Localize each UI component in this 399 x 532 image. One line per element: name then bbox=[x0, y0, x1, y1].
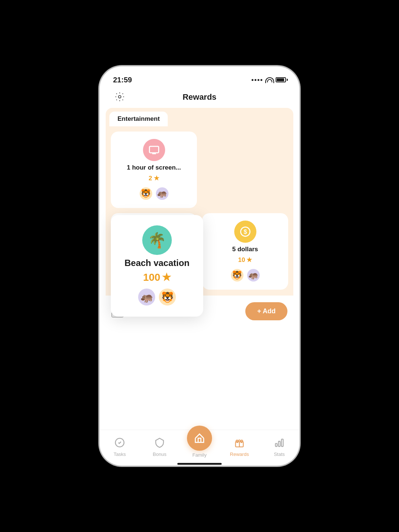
five-dollars-icon: $ bbox=[234, 221, 256, 243]
family-home-icon bbox=[194, 433, 205, 444]
tasks-icon bbox=[115, 437, 125, 448]
placeholder bbox=[202, 132, 288, 208]
beach-vacation-avatars: 🦛 🐯 bbox=[137, 288, 177, 306]
hippo-avatar-2: 🦛 bbox=[155, 187, 169, 201]
tiger-avatar: 🐯 bbox=[158, 288, 177, 306]
svg-point-0 bbox=[119, 95, 121, 98]
svg-text:$: $ bbox=[243, 228, 247, 235]
five-dollars-stars: 10 ★ bbox=[238, 256, 252, 264]
status-icons bbox=[252, 77, 286, 82]
five-dollars-name: 5 dollars bbox=[232, 246, 258, 253]
tiger-avatar-2: 🐯 bbox=[139, 187, 153, 201]
rewards-icon bbox=[234, 437, 245, 448]
hippo-avatar: 🦛 bbox=[137, 288, 156, 306]
nav-bar: Tasks Bonus bbox=[100, 430, 299, 461]
nav-item-stats[interactable]: Stats bbox=[266, 435, 292, 457]
five-dollars-avatars: 🐯 🦛 bbox=[230, 268, 260, 282]
nav-item-family[interactable]: Family bbox=[187, 434, 212, 458]
bonus-label: Bonus bbox=[153, 451, 167, 457]
bonus-icon-wrap bbox=[152, 435, 167, 450]
status-bar: 21:59 bbox=[100, 66, 299, 86]
rewards-icon-wrap bbox=[232, 435, 247, 450]
page-title: Rewards bbox=[183, 92, 216, 102]
stats-label: Stats bbox=[274, 451, 285, 457]
screen-time-icon bbox=[143, 139, 165, 161]
star-icon: ★ bbox=[162, 271, 171, 283]
add-button[interactable]: + Add bbox=[245, 302, 287, 320]
star-icon-4: ★ bbox=[246, 256, 252, 264]
rewards-label: Rewards bbox=[230, 451, 249, 457]
settings-button[interactable] bbox=[113, 90, 126, 105]
bonus-icon bbox=[154, 437, 165, 448]
category-tabs: Entertainment bbox=[106, 108, 293, 126]
screen-time-avatars: 🐯 🦛 bbox=[139, 187, 169, 201]
tab-entertainment[interactable]: Entertainment bbox=[109, 112, 168, 126]
svg-rect-15 bbox=[282, 439, 283, 447]
family-label: Family bbox=[192, 452, 207, 458]
beach-vacation-stars: 100 ★ bbox=[143, 271, 171, 283]
tasks-label: Tasks bbox=[113, 451, 126, 457]
svg-rect-14 bbox=[279, 441, 280, 447]
featured-reward-card[interactable]: 🌴 Beach vacation 100 ★ 🦛 🐯 bbox=[111, 215, 203, 317]
beach-vacation-icon: 🌴 bbox=[142, 225, 172, 255]
screen-time-stars: 2 ★ bbox=[149, 174, 159, 182]
beach-vacation-name: Beach vacation bbox=[125, 258, 190, 268]
svg-rect-1 bbox=[149, 146, 158, 153]
nav-item-bonus[interactable]: Bonus bbox=[147, 435, 173, 457]
screen-time-name: 1 hour of screen... bbox=[127, 164, 181, 171]
header: Rewards bbox=[100, 86, 299, 108]
stats-icon-wrap bbox=[272, 435, 287, 450]
home-indicator bbox=[177, 463, 222, 465]
stats-icon bbox=[274, 437, 284, 448]
five-dollars-card[interactable]: $ 5 dollars 10 ★ 🐯 🦛 bbox=[202, 213, 288, 290]
wifi-icon bbox=[265, 77, 273, 82]
signal-icon bbox=[252, 79, 262, 81]
nav-item-rewards[interactable]: Rewards bbox=[226, 435, 252, 457]
nav-item-tasks[interactable]: Tasks bbox=[107, 435, 133, 457]
phone-frame: 21:59 Rewards 🌴 bbox=[100, 66, 299, 466]
status-time: 21:59 bbox=[113, 76, 132, 84]
gear-icon bbox=[115, 92, 125, 102]
screen-time-card[interactable]: 1 hour of screen... 2 ★ 🐯 🦛 bbox=[111, 132, 197, 208]
main-content: 🌴 Beach vacation 100 ★ 🦛 🐯 Entertainment bbox=[100, 108, 299, 430]
battery-icon bbox=[276, 77, 286, 82]
svg-rect-13 bbox=[276, 443, 277, 446]
tiger-avatar-4: 🐯 bbox=[230, 268, 244, 282]
star-icon-2: ★ bbox=[154, 174, 159, 182]
hippo-avatar-4: 🦛 bbox=[246, 268, 260, 282]
tasks-icon-wrap bbox=[112, 435, 127, 450]
